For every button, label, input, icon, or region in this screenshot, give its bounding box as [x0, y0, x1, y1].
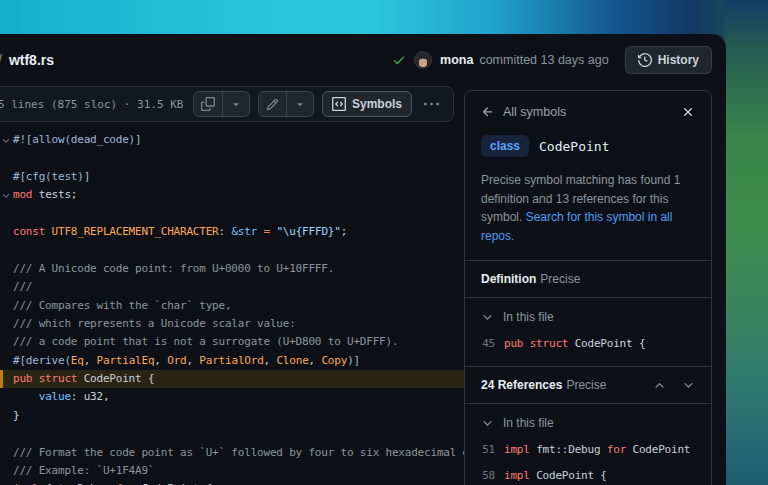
history-icon [638, 53, 652, 67]
all-symbols-label: All symbols [503, 105, 566, 119]
in-this-file-label: In this file [503, 416, 554, 430]
chevron-down-icon [481, 417, 494, 430]
copy-dropdown-button[interactable] [222, 92, 249, 116]
definition-section-header: DefinitionPrecise [465, 260, 711, 297]
symbols-panel-header: All symbols [465, 91, 711, 129]
check-icon [392, 53, 406, 67]
code-line-highlighted: pub struct CodePoint { [0, 370, 464, 388]
code-line: /// Format the code point as `U+` follow… [13, 444, 464, 462]
in-this-file-toggle[interactable]: In this file [481, 416, 695, 430]
symbols-icon [332, 97, 346, 111]
code-line [13, 149, 464, 167]
file-meta: 5 lines (875 sloc) · 31.5 KB [0, 98, 185, 111]
copy-button[interactable] [194, 92, 222, 116]
code-line: /// Example: `U+1F4A9` [13, 462, 464, 480]
code-line: #![allow(dead_code)] [13, 131, 464, 149]
content: 5 lines (875 sloc) · 31.5 KB [0, 86, 726, 485]
references-section-header: 24 ReferencesPrecise [465, 366, 711, 403]
x-icon [681, 105, 695, 119]
background-gradient-right [724, 0, 768, 485]
code-line: mod tests; [13, 186, 464, 204]
references-precision: Precise [566, 378, 606, 392]
code-line: } [13, 407, 464, 425]
close-panel-button[interactable] [681, 105, 695, 119]
line-number: 45 [481, 337, 495, 350]
edit-dropdown-button[interactable] [286, 92, 313, 116]
definition-precision: Precise [540, 272, 580, 286]
file-header: / wtf8.rs mona committed 13 days ago His… [0, 34, 726, 86]
code-column: 5 lines (875 sloc) · 31.5 KB [0, 86, 464, 485]
line-number: 51 [481, 443, 495, 456]
avatar[interactable] [414, 51, 432, 69]
definition-label: Definition [481, 272, 536, 286]
next-reference-button[interactable] [682, 379, 695, 392]
commit-message: committed 13 days ago [479, 53, 608, 67]
triangle-down-icon [294, 98, 306, 110]
symbol-title-row: class CodePoint [465, 129, 711, 169]
code-line: #[derive(Eq, PartialEq, Ord, PartialOrd,… [13, 352, 464, 370]
copy-icon [201, 97, 215, 111]
previous-reference-button[interactable] [653, 379, 666, 392]
breadcrumb: / wtf8.rs [0, 52, 54, 68]
edit-icon [266, 98, 279, 111]
line-number: 58 [481, 469, 495, 482]
definition-file-group: In this file 45 pub struct CodePoint { [465, 297, 711, 366]
history-button[interactable]: History [625, 46, 712, 74]
code-line [13, 241, 464, 259]
arrow-left-icon [481, 105, 495, 119]
symbol-kind-badge: class [481, 135, 529, 157]
copy-button-group [193, 91, 250, 117]
blob-toolbar: 5 lines (875 sloc) · 31.5 KB [0, 86, 454, 122]
code-line: /// a code point that is not a surrogate… [13, 333, 464, 351]
symbols-button-label: Symbols [352, 97, 402, 111]
triangle-down-icon [230, 98, 242, 110]
code-line [13, 425, 464, 443]
commit-author[interactable]: mona [440, 53, 473, 67]
in-this-file-label: In this file [503, 310, 554, 324]
symbols-button[interactable]: Symbols [322, 91, 412, 117]
reference-navigation [653, 379, 695, 392]
code-line: /// A Unicode code point: from U+0000 to… [13, 260, 464, 278]
all-symbols-back-link[interactable]: All symbols [481, 105, 566, 119]
chevron-down-icon [682, 379, 695, 392]
code-editor: #![allow(dead_code)] #[cfg(test)] mod te… [0, 122, 464, 485]
code-line: /// [13, 278, 464, 296]
more-options-button[interactable] [420, 97, 443, 112]
history-button-label: History [658, 53, 699, 67]
reference-code: impl CodePoint { [504, 469, 607, 482]
edit-button-group [258, 91, 314, 117]
fold-chevron-icon[interactable] [1, 136, 11, 146]
reference-line[interactable]: 58 impl CodePoint { [481, 469, 695, 482]
code-line: impl fmt::Debug for CodePoint { [13, 480, 464, 485]
commit-info: mona committed 13 days ago History [392, 46, 712, 74]
edit-button[interactable] [259, 92, 286, 116]
definition-line[interactable]: 45 pub struct CodePoint { [481, 337, 695, 350]
reference-code: impl fmt::Debug for CodePoint { [504, 443, 695, 456]
symbols-panel: All symbols class CodePoint Precise symb… [464, 90, 712, 485]
reference-line[interactable]: 51 impl fmt::Debug for CodePoint { [481, 443, 695, 456]
chevron-down-icon [481, 311, 494, 324]
fold-chevron-icon[interactable] [1, 191, 11, 201]
file-name: wtf8.rs [9, 52, 54, 68]
references-title: 24 ReferencesPrecise [481, 378, 606, 392]
references-file-group: In this file 51 impl fmt::Debug for Code… [465, 403, 711, 485]
breadcrumb-separator: / [0, 52, 2, 68]
chevron-up-icon [653, 379, 666, 392]
code-line: #[cfg(test)] [13, 168, 464, 186]
code-line: value: u32, [13, 388, 464, 406]
in-this-file-toggle[interactable]: In this file [481, 310, 695, 324]
code-line: const UTF8_REPLACEMENT_CHARACTER: &str =… [13, 223, 464, 241]
code-line: /// Compares with the `char` type, [13, 297, 464, 315]
kebab-horizontal-icon [424, 97, 439, 112]
code-line: /// which represents a Unicode scalar va… [13, 315, 464, 333]
code-line [13, 205, 464, 223]
symbol-description: Precise symbol matching has found 1 defi… [465, 169, 711, 260]
github-file-window: / wtf8.rs mona committed 13 days ago His… [0, 34, 726, 485]
symbol-name: CodePoint [539, 139, 609, 154]
definition-code: pub struct CodePoint { [504, 337, 645, 350]
references-count-label: 24 References [481, 378, 562, 392]
